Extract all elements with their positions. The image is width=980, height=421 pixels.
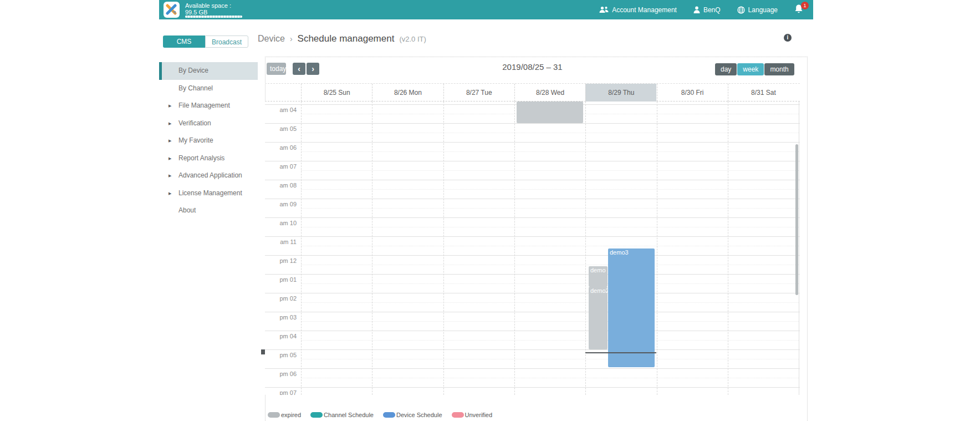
day-header-cell: 8/26 Mon <box>372 84 443 102</box>
day-column-line <box>443 102 444 395</box>
notification-badge: 1 <box>801 2 809 9</box>
time-label: pm 05 <box>265 352 297 358</box>
day-column-line <box>657 102 657 395</box>
time-label: pm 01 <box>265 276 297 283</box>
hour-gridline <box>265 312 800 312</box>
time-label: am 07 <box>265 163 297 170</box>
account-management-button[interactable]: Account Management <box>599 6 677 14</box>
sidebar-item-report-analysis[interactable]: ▶Report Analysis <box>159 150 258 168</box>
bell-wrap: 1 <box>794 4 804 16</box>
legend-label: expired <box>281 412 301 418</box>
hour-gridline <box>265 331 800 331</box>
available-space: Available space : 99.5 GB <box>185 2 231 16</box>
time-label: pm 12 <box>265 257 297 264</box>
time-label: am 08 <box>265 182 297 189</box>
user-icon <box>693 6 700 13</box>
app-root: Available space : 99.5 GB Account Manage… <box>0 0 980 421</box>
sidebar-item-label: My Favorite <box>178 132 258 150</box>
language-label: Language <box>748 6 778 14</box>
info-icon[interactable]: i <box>784 34 792 42</box>
hour-gridline <box>265 180 800 180</box>
half-hour-gridline <box>301 208 799 209</box>
globe-icon <box>737 6 745 14</box>
sidebar-item-label: About <box>178 202 258 220</box>
tab-cms[interactable]: CMS <box>163 35 205 48</box>
user-menu[interactable]: BenQ <box>693 6 721 14</box>
hour-gridline <box>265 123 800 124</box>
breadcrumb: Device › Schedule management (v2.0 IT) <box>258 33 426 48</box>
expand-arrow-icon: ▶ <box>169 115 171 133</box>
expand-arrow-icon: ▶ <box>169 97 171 115</box>
time-label: pm 04 <box>265 333 297 339</box>
legend: expiredChannel ScheduleDevice ScheduleUn… <box>268 412 492 418</box>
time-label: am 04 <box>265 106 297 113</box>
xsign-logo-glyph <box>166 4 177 16</box>
legend-item-channel-schedule: Channel Schedule <box>310 412 374 418</box>
hour-gridline <box>265 349 800 350</box>
view-button-month[interactable]: month <box>764 63 794 75</box>
hour-gridline <box>265 236 800 237</box>
time-label: am 10 <box>265 220 297 226</box>
breadcrumb-section[interactable]: Device <box>258 34 285 44</box>
half-hour-gridline <box>301 340 799 341</box>
sidebar-item-label: By Channel <box>178 80 258 98</box>
grid-right-border <box>799 102 799 395</box>
sidebar-item-verification[interactable]: ▶Verification <box>159 115 258 133</box>
hour-gridline <box>265 274 800 275</box>
sidebar-item-label: File Management <box>178 97 258 115</box>
legend-swatch <box>452 412 464 418</box>
sidebar-item-label: Advanced Application <box>178 167 258 185</box>
day-column-line <box>301 102 302 395</box>
available-space-progress-fill <box>185 16 242 18</box>
day-header-cell: 8/29 Thu <box>585 84 656 102</box>
half-hour-gridline <box>301 265 799 265</box>
sidebar-item-file-management[interactable]: ▶File Management <box>159 97 258 115</box>
available-space-progressbar <box>185 16 242 18</box>
half-hour-gridline <box>301 246 799 246</box>
event-block-demo3[interactable]: demo3 <box>608 248 655 367</box>
expand-arrow-icon: ▶ <box>169 132 171 150</box>
notifications-button[interactable]: 1 <box>794 4 804 16</box>
sidebar: By DeviceBy Channel▶File Management▶Veri… <box>159 62 258 220</box>
legend-item-device-schedule: Device Schedule <box>383 412 442 418</box>
event-block-demo2[interactable]: demo2 <box>589 287 608 349</box>
day-header-cell: 8/30 Fri <box>657 84 728 102</box>
sidebar-item-about[interactable]: About <box>159 202 258 220</box>
half-hour-gridline <box>301 321 799 322</box>
day-header-row: 8/25 Sun8/26 Mon8/27 Tue8/28 Wed8/29 Thu… <box>265 83 800 102</box>
view-switcher: dayweekmonth <box>715 63 794 75</box>
expand-arrow-icon: ▶ <box>169 185 171 202</box>
current-time-marker <box>261 349 265 354</box>
day-column-line <box>514 102 515 395</box>
hour-gridline <box>265 217 800 218</box>
hour-gridline <box>265 255 800 256</box>
top-bar-right: Account Management BenQ Language <box>599 0 804 19</box>
sidebar-item-my-favorite[interactable]: ▶My Favorite <box>159 132 258 150</box>
legend-swatch <box>310 412 323 418</box>
expand-arrow-icon: ▶ <box>169 150 171 168</box>
sidebar-item-label: Verification <box>178 115 258 133</box>
sidebar-item-label: By Device <box>178 62 258 80</box>
sidebar-item-by-device[interactable]: By Device <box>159 62 258 80</box>
sidebar-item-advanced-application[interactable]: ▶Advanced Application <box>159 167 258 185</box>
event-block-demo[interactable]: demo <box>589 266 608 287</box>
current-time-line <box>585 352 656 353</box>
time-label: am 11 <box>265 239 297 245</box>
tab-broadcast[interactable]: Broadcast <box>205 35 248 48</box>
language-menu[interactable]: Language <box>737 6 778 14</box>
xsign-logo-icon[interactable] <box>164 2 180 18</box>
event-block[interactable] <box>517 102 583 123</box>
view-button-day[interactable]: day <box>715 63 737 75</box>
half-hour-gridline <box>301 302 799 303</box>
scrollbar-thumb[interactable] <box>795 144 798 295</box>
top-bar: Available space : 99.5 GB Account Manage… <box>159 0 813 19</box>
hour-gridline <box>265 293 800 293</box>
sidebar-item-by-channel[interactable]: By Channel <box>159 80 258 98</box>
sidebar-item-label: Report Analysis <box>178 150 258 168</box>
sidebar-item-label: License Management <box>178 185 258 202</box>
calendar-grid: am 04am 05am 06am 07am 08am 09am 10am 11… <box>265 102 800 395</box>
view-button-week[interactable]: week <box>737 63 764 75</box>
legend-label: Unverified <box>465 412 493 418</box>
account-management-label: Account Management <box>612 6 677 14</box>
sidebar-item-license-management[interactable]: ▶License Management <box>159 185 258 202</box>
